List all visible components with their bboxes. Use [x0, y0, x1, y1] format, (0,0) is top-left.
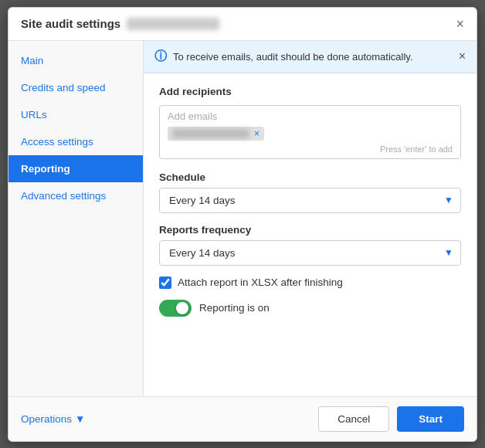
- cancel-button[interactable]: Cancel: [318, 406, 389, 432]
- reporting-toggle-label: Reporting is on: [199, 302, 270, 314]
- sidebar-item-credits-and-speed[interactable]: Credits and speed: [8, 74, 143, 101]
- sidebar-item-advanced-settings[interactable]: Advanced settings: [8, 182, 143, 209]
- operations-chevron-icon: ▼: [75, 413, 85, 425]
- reports-frequency-label: Reports frequency: [159, 224, 461, 236]
- info-banner-close-button[interactable]: ×: [459, 49, 466, 63]
- modal-header: Site audit settings ×: [8, 8, 477, 41]
- email-placeholder: Add emails: [168, 110, 453, 122]
- add-recipients-label: Add recipients: [159, 86, 461, 97]
- modal-title-text: Site audit settings: [21, 17, 120, 30]
- modal-close-button[interactable]: ×: [456, 17, 464, 31]
- press-enter-hint: Press 'enter' to add: [380, 144, 453, 154]
- schedule-label: Schedule: [159, 171, 461, 183]
- reporting-toggle[interactable]: [159, 300, 192, 317]
- toggle-thumb: [176, 302, 188, 314]
- main-content: ⓘ To receive emails, audit should be don…: [144, 41, 477, 396]
- email-tag-close-button[interactable]: ×: [254, 128, 259, 139]
- info-banner-message: To receive emails, audit should be done …: [173, 51, 413, 63]
- attach-report-row: Attach report in XLSX after finishing: [159, 277, 461, 289]
- email-input-area[interactable]: Add emails × Press 'enter' to add: [159, 105, 461, 159]
- toggle-track: [159, 300, 192, 317]
- reports-frequency-select[interactable]: Every 14 days Every 7 days Every 30 days: [159, 240, 461, 266]
- operations-label: Operations: [21, 413, 72, 425]
- schedule-select-wrapper: Every 14 days Every 7 days Every 30 days…: [159, 188, 461, 213]
- attach-report-checkbox[interactable]: [159, 277, 171, 289]
- footer-actions: Cancel Start: [318, 406, 464, 432]
- schedule-group: Schedule Every 14 days Every 7 days Ever…: [159, 171, 461, 213]
- modal: Site audit settings × Main Credits and s…: [8, 7, 477, 442]
- reporting-toggle-row: Reporting is on: [159, 300, 461, 317]
- email-tag: ×: [168, 127, 264, 141]
- sidebar-item-urls[interactable]: URLs: [8, 101, 143, 128]
- reports-frequency-select-wrapper: Every 14 days Every 7 days Every 30 days…: [159, 240, 461, 266]
- info-banner-text: ⓘ To receive emails, audit should be don…: [154, 49, 413, 65]
- reports-frequency-group: Reports frequency Every 14 days Every 7 …: [159, 224, 461, 266]
- sidebar-item-access-settings[interactable]: Access settings: [8, 128, 143, 155]
- start-button[interactable]: Start: [397, 406, 464, 432]
- schedule-select[interactable]: Every 14 days Every 7 days Every 30 days: [159, 188, 461, 213]
- modal-body: Main Credits and speed URLs Access setti…: [8, 41, 477, 396]
- attach-report-label: Attach report in XLSX after finishing: [178, 277, 343, 288]
- info-icon: ⓘ: [154, 49, 167, 65]
- sidebar-item-main[interactable]: Main: [8, 47, 143, 74]
- modal-wrapper: Site audit settings × Main Credits and s…: [0, 0, 485, 448]
- modal-footer: Operations ▼ Cancel Start: [8, 396, 477, 441]
- modal-title: Site audit settings: [21, 17, 219, 30]
- content-area: Add recipients Add emails × Press 'enter…: [144, 73, 477, 329]
- operations-button[interactable]: Operations ▼: [21, 413, 85, 425]
- sidebar: Main Credits and speed URLs Access setti…: [8, 41, 144, 396]
- modal-title-blurred: [127, 18, 219, 30]
- email-tag-blurred: [172, 129, 249, 138]
- info-banner: ⓘ To receive emails, audit should be don…: [144, 41, 477, 73]
- sidebar-item-reporting[interactable]: Reporting: [8, 155, 143, 182]
